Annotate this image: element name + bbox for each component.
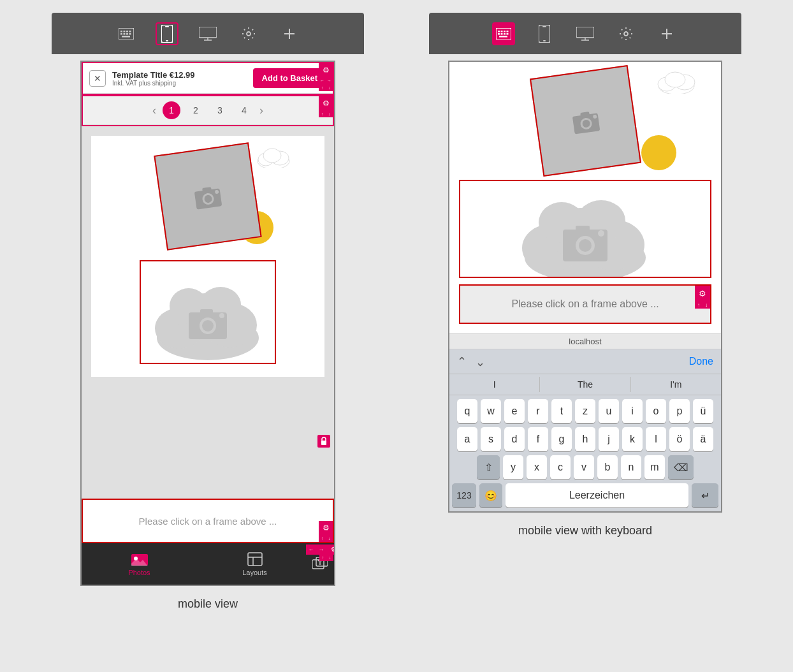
cloud-camera-frame[interactable] bbox=[140, 260, 276, 364]
tab-upload-area: ← → ⚙ ↑ ↓ bbox=[312, 557, 334, 571]
page-2-button[interactable]: 2 bbox=[187, 101, 205, 119]
svg-rect-50 bbox=[504, 31, 506, 33]
ios-toolbar: ⌃ ⌃ Done bbox=[449, 349, 721, 374]
key-k[interactable]: k bbox=[622, 427, 643, 451]
svg-point-63 bbox=[624, 32, 628, 36]
svg-point-74 bbox=[665, 72, 685, 87]
main-container: ✕ Template Title €12.99 Inkl. VAT plus s… bbox=[0, 0, 793, 624]
suggestion-3[interactable]: I'm bbox=[631, 377, 721, 392]
svg-rect-57 bbox=[539, 25, 550, 43]
layouts-tab-icon bbox=[247, 552, 263, 566]
lock-icon bbox=[317, 435, 330, 448]
key-l[interactable]: l bbox=[646, 427, 666, 451]
shift-key[interactable]: ⇧ bbox=[477, 455, 500, 479]
return-key[interactable]: ↵ bbox=[692, 483, 718, 508]
key-m[interactable]: m bbox=[644, 455, 665, 479]
text-panel-gear[interactable]: ⚙ bbox=[319, 521, 333, 535]
prompt-gear[interactable]: ⚙ bbox=[695, 286, 710, 301]
next-page-button[interactable]: › bbox=[259, 104, 263, 117]
right-cloud-frame-container[interactable] bbox=[459, 180, 711, 278]
bottom-tabs: Photos Layouts bbox=[82, 543, 334, 585]
prompt-gear-arrows: ⚙ ↑ ↓ bbox=[695, 286, 710, 309]
key-r[interactable]: r bbox=[528, 399, 548, 423]
left-device-frame: ✕ Template Title €12.99 Inkl. VAT plus s… bbox=[80, 61, 335, 586]
suggestion-2[interactable]: The bbox=[540, 377, 630, 392]
page-3-button[interactable]: 3 bbox=[211, 101, 229, 119]
right-panel: Please click on a frame above ... ⚙ ↑ ↓ bbox=[429, 13, 741, 611]
add-basket-button[interactable]: Add to Basket bbox=[253, 68, 326, 88]
key-o[interactable]: o bbox=[646, 399, 666, 423]
key-n[interactable]: n bbox=[621, 455, 641, 479]
settings-icon-right[interactable] bbox=[615, 22, 637, 45]
key-ue[interactable]: ü bbox=[693, 399, 713, 423]
key-y[interactable]: y bbox=[503, 455, 523, 479]
close-button[interactable]: ✕ bbox=[89, 70, 106, 87]
prev-page-button[interactable]: ‹ bbox=[152, 104, 156, 117]
mobile-icon-right[interactable] bbox=[533, 22, 556, 45]
numbers-key[interactable]: 123 bbox=[452, 483, 476, 508]
key-q[interactable]: q bbox=[457, 399, 477, 423]
page-4-button[interactable]: 4 bbox=[235, 101, 253, 119]
right-photo-frame-1[interactable] bbox=[529, 65, 641, 177]
left-toolbar bbox=[52, 13, 364, 54]
pagination-gear[interactable]: ⚙ bbox=[319, 96, 333, 110]
svg-rect-10 bbox=[161, 25, 173, 43]
prompt-arrows: ↑ ↓ bbox=[695, 301, 710, 309]
prev-chevron-button[interactable]: ⌃ bbox=[457, 354, 467, 369]
key-a[interactable]: a bbox=[457, 427, 477, 451]
photos-tab[interactable]: Photos bbox=[82, 552, 197, 576]
key-c[interactable]: c bbox=[550, 455, 571, 479]
key-z[interactable]: z bbox=[575, 399, 595, 423]
delete-key[interactable]: ⌫ bbox=[668, 455, 694, 479]
key-w[interactable]: w bbox=[481, 399, 501, 423]
key-d[interactable]: d bbox=[504, 427, 525, 451]
key-u[interactable]: u bbox=[599, 399, 619, 423]
key-b[interactable]: b bbox=[597, 455, 618, 479]
key-s[interactable]: s bbox=[481, 427, 501, 451]
key-ae[interactable]: ä bbox=[693, 427, 713, 451]
suggestion-1[interactable]: I bbox=[449, 377, 540, 392]
plus-icon-right[interactable] bbox=[655, 22, 678, 45]
template-subtitle: Inkl. VAT plus shipping bbox=[112, 80, 247, 87]
key-t[interactable]: t bbox=[551, 399, 572, 423]
space-key[interactable]: Leerzeichen bbox=[506, 483, 688, 508]
mobile-icon-left[interactable] bbox=[156, 22, 178, 45]
key-h[interactable]: h bbox=[575, 427, 595, 451]
layouts-tab[interactable]: Layouts bbox=[197, 552, 312, 576]
svg-rect-9 bbox=[122, 36, 130, 38]
svg-rect-7 bbox=[126, 33, 128, 35]
key-x[interactable]: x bbox=[527, 455, 547, 479]
desktop-icon-right[interactable] bbox=[574, 22, 597, 45]
svg-rect-49 bbox=[501, 31, 503, 33]
svg-rect-5 bbox=[120, 33, 122, 35]
right-cloud-decoration bbox=[654, 68, 699, 96]
svg-point-85 bbox=[598, 230, 604, 237]
keyboard-icon-left[interactable] bbox=[115, 22, 138, 45]
plus-icon-left[interactable] bbox=[278, 22, 301, 45]
svg-rect-39 bbox=[321, 441, 326, 445]
svg-rect-48 bbox=[498, 31, 500, 33]
desktop-icon-left[interactable] bbox=[196, 22, 219, 45]
emoji-key[interactable]: 😊 bbox=[479, 483, 502, 508]
template-title: Template Title €12.99 bbox=[112, 70, 247, 80]
key-g[interactable]: g bbox=[551, 427, 572, 451]
svg-rect-44 bbox=[312, 560, 324, 569]
key-v[interactable]: v bbox=[574, 455, 594, 479]
page-1-button[interactable]: 1 bbox=[163, 101, 180, 119]
header-gear-icon[interactable]: ⚙ bbox=[319, 63, 333, 77]
svg-rect-60 bbox=[576, 27, 594, 38]
key-e[interactable]: e bbox=[504, 399, 525, 423]
next-chevron-button[interactable]: ⌃ bbox=[476, 354, 485, 369]
header-resize-handle: ⚙ ← → ↑ ↓ bbox=[319, 63, 333, 91]
key-i[interactable]: i bbox=[622, 399, 643, 423]
svg-rect-84 bbox=[576, 226, 590, 233]
keyboard-icon-right[interactable] bbox=[492, 22, 515, 45]
done-button[interactable]: Done bbox=[689, 356, 713, 367]
settings-icon-left[interactable] bbox=[237, 22, 260, 45]
photo-frame-1[interactable] bbox=[154, 142, 261, 250]
key-oe[interactable]: ö bbox=[669, 427, 690, 451]
svg-rect-56 bbox=[499, 36, 507, 38]
key-j[interactable]: j bbox=[599, 427, 619, 451]
key-f[interactable]: f bbox=[528, 427, 548, 451]
key-p[interactable]: p bbox=[669, 399, 690, 423]
